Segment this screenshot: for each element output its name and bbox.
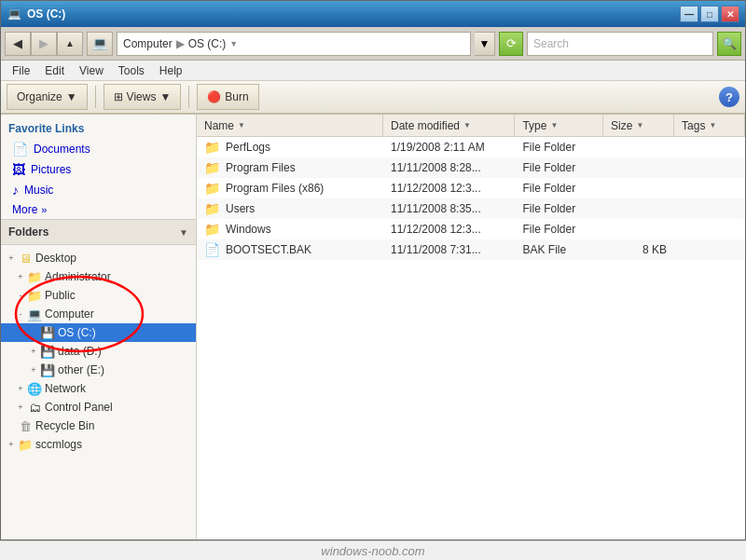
desktop-label: Desktop bbox=[35, 252, 76, 265]
expand-other-e[interactable]: + bbox=[27, 363, 40, 376]
tree-item-data-d[interactable]: + 💾 data (D:) bbox=[1, 342, 196, 361]
expand-control-panel[interactable]: + bbox=[14, 401, 27, 414]
col-date-sort: ▼ bbox=[463, 121, 471, 130]
sidebar: Favorite Links 📄 Documents 🖼 Pictures ♪ … bbox=[1, 115, 197, 540]
expand-administrator[interactable]: + bbox=[14, 270, 27, 283]
title-bar: 💻 OS (C:) — □ ✕ bbox=[1, 1, 745, 27]
expand-sccmlogs[interactable]: + bbox=[5, 438, 18, 451]
program-files-x86-type: File Folder bbox=[515, 182, 603, 195]
users-type: File Folder bbox=[515, 202, 603, 215]
address-dropdown-btn[interactable]: ▼ bbox=[475, 32, 495, 56]
address-bar: ◀ ▶ ▲ 💻 Computer ▶ OS (C:) ▼ ▼ ⟳ Search … bbox=[1, 27, 745, 61]
menu-view[interactable]: View bbox=[72, 62, 111, 79]
file-row-bootsect[interactable]: 📄 BOOTSECT.BAK 11/11/2008 7:31... BAK Fi… bbox=[197, 239, 745, 260]
expand-network[interactable]: + bbox=[14, 382, 27, 395]
up-button[interactable]: ▲ bbox=[57, 32, 83, 56]
folders-arrow: ▼ bbox=[179, 227, 188, 238]
sidebar-more-link[interactable]: More » bbox=[1, 200, 196, 219]
col-header-name[interactable]: Name ▼ bbox=[197, 115, 383, 136]
menu-bar: File Edit View Tools Help bbox=[1, 61, 745, 81]
sidebar-item-pictures[interactable]: 🖼 Pictures bbox=[1, 159, 196, 180]
network-label: Network bbox=[45, 382, 86, 395]
burn-icon: 🔴 bbox=[207, 90, 221, 103]
expand-desktop[interactable]: + bbox=[5, 252, 18, 265]
window-icon: 💻 bbox=[7, 7, 21, 21]
bootsect-date: 11/11/2008 7:31... bbox=[383, 243, 515, 256]
windows-type: File Folder bbox=[515, 223, 603, 236]
file-name-program-files: 📁 Program Files bbox=[197, 160, 383, 175]
maximize-button[interactable]: □ bbox=[700, 6, 719, 22]
help-button[interactable]: ? bbox=[719, 87, 739, 107]
program-files-x86-date: 11/12/2008 12:3... bbox=[383, 182, 515, 195]
file-row-program-files-x86[interactable]: 📁 Program Files (x86) 11/12/2008 12:3...… bbox=[197, 178, 745, 198]
bootsect-icon: 📄 bbox=[204, 242, 220, 257]
views-button[interactable]: ⊞ Views ▼ bbox=[104, 84, 182, 110]
tree-item-sccmlogs[interactable]: + 📁 sccmlogs bbox=[1, 435, 196, 454]
sidebar-item-music[interactable]: ♪ Music bbox=[1, 180, 196, 200]
address-sep: ▶ bbox=[176, 37, 185, 50]
menu-file[interactable]: File bbox=[5, 62, 37, 79]
file-row-program-files[interactable]: 📁 Program Files 11/11/2008 8:28... File … bbox=[197, 157, 745, 178]
folder-tree: + 🖥 Desktop + 📁 Administrator - 📁 Public bbox=[1, 245, 196, 458]
menu-edit[interactable]: Edit bbox=[37, 62, 72, 79]
file-row-perflogs[interactable]: 📁 PerfLogs 1/19/2008 2:11 AM File Folder bbox=[197, 137, 745, 157]
expand-os-c[interactable]: - bbox=[27, 326, 40, 339]
tree-item-desktop[interactable]: + 🖥 Desktop bbox=[1, 249, 196, 267]
file-name-bootsect: 📄 BOOTSECT.BAK bbox=[197, 242, 383, 257]
perflogs-date: 1/19/2008 2:11 AM bbox=[383, 141, 515, 154]
close-button[interactable]: ✕ bbox=[721, 6, 739, 22]
address-path[interactable]: Computer ▶ OS (C:) ▼ bbox=[117, 32, 471, 56]
col-header-size[interactable]: Size ▼ bbox=[603, 115, 674, 136]
organize-arrow: ▼ bbox=[66, 90, 77, 103]
file-name-windows: 📁 Windows bbox=[197, 222, 383, 237]
file-row-users[interactable]: 📁 Users 11/11/2008 8:35... File Folder bbox=[197, 198, 745, 219]
expand-computer[interactable]: - bbox=[14, 307, 27, 321]
tree-item-public[interactable]: - 📁 Public bbox=[1, 286, 196, 305]
folders-title: Folders bbox=[8, 225, 48, 239]
search-placeholder: Search bbox=[533, 37, 569, 50]
views-label: Views bbox=[127, 90, 157, 103]
col-date-label: Date modified bbox=[391, 119, 460, 132]
tree-item-computer[interactable]: - 💻 Computer bbox=[1, 305, 196, 323]
search-button[interactable]: 🔍 bbox=[717, 32, 741, 56]
minimize-button[interactable]: — bbox=[680, 6, 698, 22]
col-header-date[interactable]: Date modified ▼ bbox=[383, 115, 515, 136]
tree-item-recycle-bin[interactable]: 🗑 Recycle Bin bbox=[1, 417, 196, 435]
windows-label: Windows bbox=[226, 223, 271, 236]
menu-help[interactable]: Help bbox=[152, 62, 190, 79]
burn-label: Burn bbox=[225, 90, 248, 103]
tree-item-os-c[interactable]: - 💾 OS (C:) bbox=[1, 323, 196, 342]
refresh-button[interactable]: ⟳ bbox=[499, 32, 523, 56]
sidebar-item-documents[interactable]: 📄 Documents bbox=[1, 139, 196, 159]
tree-item-network[interactable]: + 🌐 Network bbox=[1, 379, 196, 398]
burn-button[interactable]: 🔴 Burn bbox=[197, 84, 258, 110]
tree-item-control-panel[interactable]: + 🗂 Control Panel bbox=[1, 398, 196, 417]
expand-data-d[interactable]: + bbox=[27, 345, 40, 358]
more-label: More bbox=[12, 203, 37, 216]
col-header-type[interactable]: Type ▼ bbox=[515, 115, 603, 136]
os-c-label: OS (C:) bbox=[58, 326, 96, 339]
menu-tools[interactable]: Tools bbox=[111, 62, 152, 79]
watermark: windows-noob.com bbox=[0, 540, 746, 560]
program-files-x86-label: Program Files (x86) bbox=[226, 182, 324, 195]
music-label: Music bbox=[24, 184, 53, 197]
folders-header[interactable]: Folders ▼ bbox=[1, 219, 196, 245]
tree-item-other-e[interactable]: + 💾 other (E:) bbox=[1, 361, 196, 379]
back-button[interactable]: ◀ bbox=[5, 32, 31, 56]
file-name-users: 📁 Users bbox=[197, 201, 383, 216]
file-row-windows[interactable]: 📁 Windows 11/12/2008 12:3... File Folder bbox=[197, 219, 745, 239]
program-files-date: 11/11/2008 8:28... bbox=[383, 161, 515, 174]
network-icon: 🌐 bbox=[27, 381, 42, 396]
toolbar: Organize ▼ ⊞ Views ▼ 🔴 Burn ? bbox=[1, 81, 745, 115]
control-panel-label: Control Panel bbox=[45, 401, 113, 414]
organize-button[interactable]: Organize ▼ bbox=[7, 84, 88, 110]
expand-public[interactable]: - bbox=[14, 289, 27, 302]
program-files-icon: 📁 bbox=[204, 160, 220, 175]
col-header-tags[interactable]: Tags ▼ bbox=[674, 115, 745, 136]
explorer-window: 💻 OS (C:) — □ ✕ ◀ ▶ ▲ 💻 Computer ▶ OS (C… bbox=[0, 0, 746, 540]
toolbar-separator-1 bbox=[95, 86, 96, 108]
watermark-text: windows-noob.com bbox=[321, 544, 424, 558]
tree-item-administrator[interactable]: + 📁 Administrator bbox=[1, 267, 196, 286]
forward-button[interactable]: ▶ bbox=[31, 32, 57, 56]
search-box[interactable]: Search bbox=[527, 32, 713, 56]
